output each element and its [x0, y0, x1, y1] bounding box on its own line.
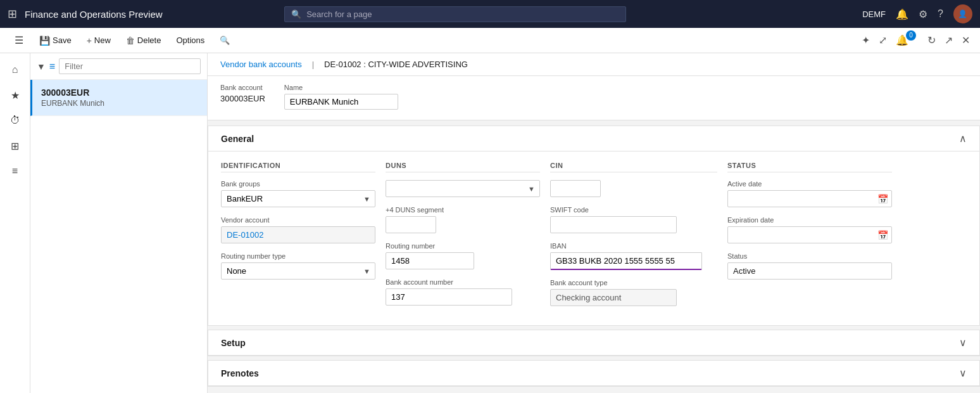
- toolbar: ☰ 💾 Save + New 🗑 Delete Options 🔍 ✦ ⤢ 🔔 …: [0, 28, 980, 53]
- delete-button[interactable]: 🗑 Delete: [120, 30, 168, 51]
- search-filter-button[interactable]: 🔍: [213, 30, 236, 51]
- expiration-date-field: Expiration date 📅: [727, 216, 892, 243]
- general-section-title: General: [221, 134, 254, 144]
- top-nav-right: DEMF 🔔 ⚙ ? 👤: [862, 4, 972, 23]
- list-item[interactable]: 300003EUR EURBANK Munich: [30, 80, 207, 116]
- bank-name-label: Name: [284, 84, 398, 91]
- expiration-date-input[interactable]: [727, 226, 892, 243]
- setup-section-header[interactable]: Setup ∨: [208, 330, 979, 356]
- routing-type-select-wrap: None ABA SWIFT ▼: [221, 262, 375, 280]
- routing-number-type-label: Routing number type: [221, 252, 375, 260]
- routing-number-input[interactable]: [386, 252, 474, 269]
- identification-col: IDENTIFICATION Bank groups BankEUR BankU…: [221, 162, 386, 315]
- duns-select-wrap: ▼: [386, 180, 540, 197]
- delete-icon: 🗑: [126, 35, 135, 46]
- sidebar-item-home[interactable]: ⌂: [4, 58, 27, 81]
- status-field: Status Active: [727, 252, 892, 280]
- bank-account-number-input[interactable]: [386, 288, 512, 306]
- routing-number-label: Routing number: [386, 242, 540, 250]
- breadcrumb: Vendor bank accounts | DE-01002 : CITY-W…: [208, 53, 980, 76]
- bank-account-label: Bank account: [220, 84, 265, 91]
- search-icon: 🔍: [291, 10, 301, 19]
- user-name: DEMF: [862, 10, 886, 19]
- new-button[interactable]: + New: [80, 30, 117, 51]
- plus4-input[interactable]: [386, 216, 436, 233]
- sidebar-item-workspaces[interactable]: ⊞: [4, 134, 27, 157]
- prenotes-section-title: Prenotes: [221, 368, 259, 378]
- general-section-collapse-icon[interactable]: ∧: [959, 132, 967, 145]
- grid-menu-icon[interactable]: ⊞: [8, 7, 17, 21]
- avatar[interactable]: 👤: [953, 4, 972, 23]
- list-item-id: 300003EUR: [41, 87, 198, 98]
- bank-account-number-field: Bank account number: [386, 278, 540, 306]
- general-section: General ∧ IDENTIFICATION Bank groups Ban…: [208, 126, 980, 326]
- prenotes-section-expand-icon[interactable]: ∨: [959, 367, 967, 379]
- list-item-subtitle: EURBANK Munich: [41, 99, 198, 108]
- breadcrumb-current: DE-01002 : CITY-WIDE ADVERTISING: [324, 60, 468, 69]
- routing-type-select[interactable]: None ABA SWIFT: [221, 262, 375, 280]
- expiration-date-label: Expiration date: [727, 216, 892, 224]
- refresh-icon[interactable]: ↻: [925, 32, 938, 49]
- bank-account-field: Bank account 300003EUR: [220, 84, 265, 110]
- cin-input[interactable]: [550, 180, 601, 197]
- global-search[interactable]: 🔍 Search for a page: [284, 6, 626, 22]
- plus4-label: +4 DUNS segment: [386, 206, 540, 214]
- app-title: Finance and Operations Preview: [25, 9, 163, 20]
- bank-account-number-label: Bank account number: [386, 278, 540, 286]
- sidebar-item-recent[interactable]: ⏱: [4, 109, 27, 132]
- nav-toggle-icon[interactable]: ☰: [8, 29, 30, 52]
- bank-name-input[interactable]: [284, 94, 398, 110]
- duns-select[interactable]: [386, 180, 540, 197]
- iban-label: IBAN: [550, 242, 717, 250]
- list-panel: ▼ ≡ 300003EUR EURBANK Munich: [30, 53, 208, 393]
- vendor-account-link[interactable]: DE-01002: [221, 226, 375, 243]
- options-button[interactable]: Options: [170, 30, 211, 51]
- toolbar-right: ✦ ⤢ 🔔 0 ↻ ↗ ✕: [859, 32, 972, 49]
- breadcrumb-parent[interactable]: Vendor bank accounts: [220, 60, 302, 69]
- bank-groups-field: Bank groups BankEUR BankUSD BankGBP ▼: [221, 180, 375, 207]
- prenotes-section-header[interactable]: Prenotes ∨: [208, 361, 979, 386]
- active-date-input[interactable]: [727, 190, 892, 207]
- cin-section-label: CIN: [550, 162, 717, 172]
- active-date-wrap: 📅: [727, 190, 892, 207]
- plus4-field: +4 DUNS segment: [386, 206, 540, 233]
- close-icon[interactable]: ✕: [959, 32, 972, 49]
- bank-account-header: Bank account 300003EUR Name: [208, 76, 980, 120]
- general-section-body: IDENTIFICATION Bank groups BankEUR BankU…: [208, 151, 979, 325]
- list-align-icon[interactable]: ≡: [49, 61, 55, 72]
- save-icon: 💾: [39, 35, 50, 46]
- status-section-label: STATUS: [727, 162, 892, 172]
- bank-account-type-field: Bank account type: [550, 279, 717, 306]
- vendor-account-label: Vendor account: [221, 216, 375, 224]
- save-button[interactable]: 💾 Save: [33, 30, 78, 51]
- active-date-label: Active date: [727, 180, 892, 188]
- swift-field: SWIFT code: [550, 206, 717, 233]
- settings-icon[interactable]: ⚙: [919, 8, 927, 20]
- fullscreen-icon[interactable]: ⤢: [876, 32, 889, 49]
- cin-field: [550, 180, 717, 197]
- bell-icon[interactable]: 🔔: [896, 8, 908, 20]
- iban-field: IBAN: [550, 242, 717, 270]
- help-icon[interactable]: ?: [938, 8, 943, 20]
- status-value: Active: [727, 262, 892, 280]
- cin-col: CIN SWIFT code IBAN Ba: [550, 162, 727, 315]
- iban-input[interactable]: [550, 252, 702, 270]
- prenotes-section: Prenotes ∨: [208, 360, 980, 387]
- sidebar-item-modules[interactable]: ≡: [4, 160, 27, 183]
- filter-icon: ▼: [37, 61, 46, 72]
- sidebar-item-favorites[interactable]: ★: [4, 84, 27, 106]
- top-nav: ⊞ Finance and Operations Preview 🔍 Searc…: [0, 0, 980, 28]
- list-filter-input[interactable]: [59, 58, 201, 74]
- bank-account-value: 300003EUR: [220, 94, 265, 103]
- personalize-icon[interactable]: ✦: [859, 32, 872, 49]
- setup-section-expand-icon[interactable]: ∨: [959, 337, 967, 349]
- general-section-header[interactable]: General ∧: [208, 126, 979, 151]
- open-external-icon[interactable]: ↗: [942, 32, 955, 49]
- bank-groups-select-wrap: BankEUR BankUSD BankGBP ▼: [221, 190, 375, 207]
- search-small-icon: 🔍: [220, 35, 230, 45]
- swift-input[interactable]: [550, 216, 677, 233]
- status-label: Status: [727, 252, 892, 260]
- status-col: STATUS Active date 📅 Expiration date: [727, 162, 892, 315]
- bank-groups-select[interactable]: BankEUR BankUSD BankGBP: [221, 190, 375, 207]
- active-date-field: Active date 📅: [727, 180, 892, 207]
